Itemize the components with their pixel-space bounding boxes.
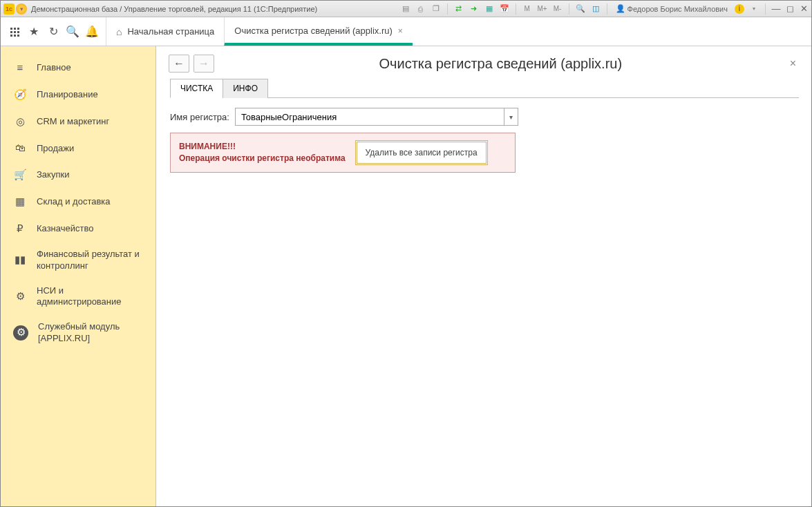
sidebar-item-label: НСИ и администрирование [37, 285, 143, 308]
m-icon[interactable]: M [522, 3, 533, 15]
gear-active-icon: ⚙ [13, 325, 28, 341]
sidebar-item-main[interactable]: ≡ Главное [1, 55, 155, 82]
page-close-icon[interactable]: × [787, 55, 799, 73]
top-iconbar: ★ ↻ 🔍 🔔 [1, 17, 106, 46]
nav-row: ← → Очистка регистра сведений (applix.ru… [169, 55, 799, 73]
tab-home[interactable]: ⌂ Начальная страница [106, 17, 224, 46]
sidebar-item-planning[interactable]: 🧭 Планирование [1, 82, 155, 108]
cart-icon: 🛒 [13, 169, 27, 182]
sidebar-item-warehouse[interactable]: ▦ Склад и доставка [1, 189, 155, 216]
registry-input[interactable] [236, 108, 504, 125]
user-label[interactable]: 👤 Федоров Борис Михайлович [616, 4, 728, 13]
sidebar-item-label: CRM и маркетинг [37, 116, 143, 127]
content: ← → Очистка регистра сведений (applix.ru… [156, 46, 811, 507]
logo-1c: 1c [3, 3, 15, 15]
sidebar-item-label: Казначейство [37, 223, 143, 234]
user-icon: 👤 [616, 4, 625, 13]
m-minus-icon[interactable]: M- [552, 3, 563, 15]
sidebar-item-purchases[interactable]: 🛒 Закупки [1, 162, 155, 189]
copy-icon[interactable]: ❐ [431, 3, 442, 15]
tab-chistka[interactable]: ЧИСТКА [170, 79, 223, 98]
plan-icon: 🧭 [13, 88, 27, 102]
sidebar-item-label: Служебный модуль [APPLIX.RU] [38, 321, 143, 344]
menu-icon: ≡ [13, 61, 27, 75]
sidebar-item-label: Склад и доставка [37, 196, 143, 207]
sidebar-item-finance[interactable]: ▮▮ Финансовый результат и контроллинг [1, 242, 155, 278]
delete-all-button[interactable]: Удалить все записи регистра [355, 140, 488, 165]
calc-icon[interactable]: ▦ [484, 3, 495, 15]
main-menu-dropdown[interactable] [16, 3, 27, 15]
sidebar-item-label: Финансовый результат и контроллинг [37, 249, 143, 271]
tab-info[interactable]: ИНФО [223, 79, 268, 98]
warning-line1: ВНИМАНИЕ!!! [179, 141, 346, 153]
home-icon: ⌂ [116, 26, 122, 37]
tab-cleanup-label: Очистка регистра сведений (applix.ru) [234, 26, 393, 36]
sidebar: ≡ Главное 🧭 Планирование ◎ CRM и маркети… [1, 46, 156, 507]
target-icon: ◎ [13, 115, 27, 128]
send-icon[interactable]: ➜ [469, 3, 480, 15]
window-controls: — ◻ ✕ [771, 3, 809, 14]
dropdown-icon[interactable]: ▾ [504, 108, 518, 125]
close-button[interactable]: ✕ [799, 3, 809, 14]
bag-icon: 🛍 [13, 142, 27, 155]
chart-icon: ▮▮ [13, 254, 27, 267]
tab-close-icon[interactable]: × [398, 26, 403, 36]
windows-icon[interactable]: ◫ [590, 3, 601, 15]
apps-icon[interactable] [5, 17, 24, 46]
warning-box: ВНИМАНИЕ!!! Операция очистки регистра не… [170, 133, 516, 173]
search-icon[interactable]: 🔍 [63, 17, 82, 46]
tab-cleanup[interactable]: Очистка регистра сведений (applix.ru) × [224, 17, 413, 46]
registry-row: Имя регистра: ▾ [170, 108, 799, 126]
titlebar-icons: ▤ ⎙ ❐ ⇄ ➜ ▦ 📅 M M+ M- 🔍 ◫ 👤 Федоров Бори… [400, 3, 767, 15]
preview-icon[interactable]: ▤ [400, 3, 411, 15]
page-title: Очистка регистра сведений (applix.ru) [218, 56, 783, 72]
window-title: Демонстрационная база / Управление торго… [31, 5, 317, 13]
maximize-button[interactable]: ◻ [785, 3, 795, 14]
content-tabs: ЧИСТКА ИНФО [170, 78, 799, 98]
zoom-icon[interactable]: 🔍 [575, 3, 586, 15]
print-icon[interactable]: ⎙ [415, 3, 426, 15]
registry-combo: ▾ [235, 108, 518, 126]
sidebar-item-crm[interactable]: ◎ CRM и маркетинг [1, 108, 155, 135]
sidebar-item-label: Продажи [37, 143, 143, 154]
warehouse-icon: ▦ [13, 195, 27, 209]
history-icon[interactable]: ↻ [44, 17, 63, 46]
sidebar-item-label: Главное [37, 62, 143, 73]
sidebar-item-label: Планирование [37, 89, 143, 100]
calendar-icon[interactable]: 📅 [499, 3, 510, 15]
sidebar-item-label: Закупки [37, 169, 143, 180]
gear-icon: ⚙ [13, 290, 27, 303]
forward-button[interactable]: → [193, 55, 214, 73]
user-name: Федоров Борис Михайлович [627, 5, 728, 13]
info-dropdown-icon[interactable]: ▾ [748, 3, 759, 15]
minimize-button[interactable]: — [771, 3, 781, 14]
tab-home-label: Начальная страница [127, 26, 214, 37]
m-plus-icon[interactable]: M+ [537, 3, 548, 15]
titlebar: 1c Демонстрационная база / Управление то… [1, 1, 811, 17]
ruble-icon: ₽ [13, 222, 27, 236]
bell-icon[interactable]: 🔔 [82, 17, 102, 46]
top-tabs: ★ ↻ 🔍 🔔 ⌂ Начальная страница Очистка рег… [1, 17, 811, 46]
back-button[interactable]: ← [169, 55, 189, 73]
registry-label: Имя регистра: [170, 112, 229, 122]
main: ≡ Главное 🧭 Планирование ◎ CRM и маркети… [1, 46, 811, 507]
sidebar-item-treasury[interactable]: ₽ Казначейство [1, 216, 155, 242]
warning-text: ВНИМАНИЕ!!! Операция очистки регистра не… [179, 141, 346, 164]
info-icon[interactable]: i [735, 4, 744, 14]
sidebar-item-nsi[interactable]: ⚙ НСИ и администрирование [1, 278, 155, 315]
warning-line2: Операция очистки регистра необратима [179, 153, 346, 164]
sidebar-item-sales[interactable]: 🛍 Продажи [1, 135, 155, 162]
sidebar-item-applix[interactable]: ⚙ Служебный модуль [APPLIX.RU] [1, 314, 155, 351]
compare-icon[interactable]: ⇄ [453, 3, 464, 15]
star-icon[interactable]: ★ [24, 17, 44, 46]
